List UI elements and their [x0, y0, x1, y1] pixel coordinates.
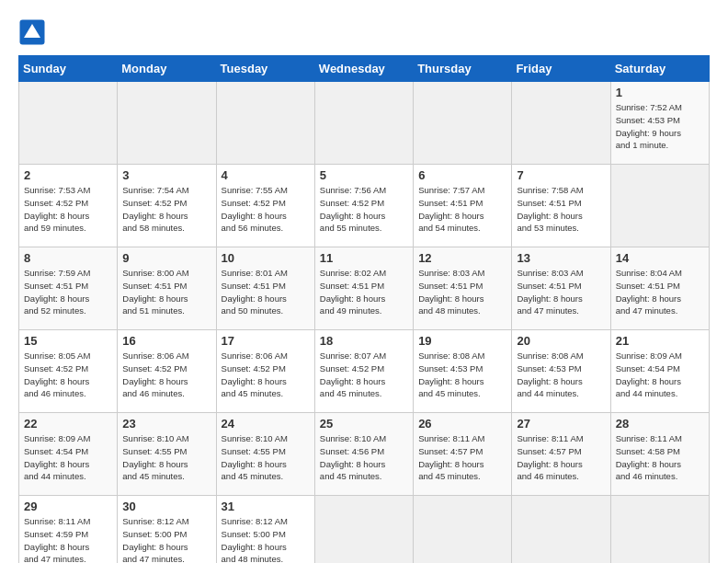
- day-number: 8: [24, 251, 112, 265]
- calendar-cell: 25Sunrise: 8:10 AM Sunset: 4:56 PM Dayli…: [314, 413, 413, 496]
- day-number: 23: [122, 417, 210, 431]
- calendar-cell: 28Sunrise: 8:11 AM Sunset: 4:58 PM Dayli…: [610, 413, 709, 496]
- day-info: Sunrise: 7:52 AM Sunset: 4:53 PM Dayligh…: [616, 101, 704, 152]
- calendar-table: SundayMondayTuesdayWednesdayThursdayFrid…: [18, 55, 710, 563]
- day-number: 15: [24, 334, 112, 348]
- calendar-cell: 22Sunrise: 8:09 AM Sunset: 4:54 PM Dayli…: [19, 413, 118, 496]
- calendar-cell: [216, 82, 314, 165]
- calendar-cell: [610, 496, 709, 564]
- day-number: 16: [122, 334, 210, 348]
- calendar-cell: 23Sunrise: 8:10 AM Sunset: 4:55 PM Dayli…: [118, 413, 216, 496]
- week-row-3: 15Sunrise: 8:05 AM Sunset: 4:52 PM Dayli…: [19, 330, 710, 413]
- day-info: Sunrise: 8:11 AM Sunset: 4:57 PM Dayligh…: [418, 432, 506, 483]
- calendar-cell: 24Sunrise: 8:10 AM Sunset: 4:55 PM Dayli…: [216, 413, 314, 496]
- day-info: Sunrise: 7:58 AM Sunset: 4:51 PM Dayligh…: [517, 184, 605, 235]
- day-info: Sunrise: 7:59 AM Sunset: 4:51 PM Dayligh…: [24, 267, 112, 317]
- calendar-cell: 17Sunrise: 8:06 AM Sunset: 4:52 PM Dayli…: [216, 330, 314, 413]
- calendar-cell: [610, 165, 709, 247]
- day-number: 11: [320, 251, 408, 265]
- day-info: Sunrise: 8:11 AM Sunset: 4:58 PM Dayligh…: [616, 432, 704, 483]
- day-number: 24: [222, 417, 310, 431]
- day-header-wednesday: Wednesday: [314, 56, 413, 82]
- calendar-cell: 11Sunrise: 8:02 AM Sunset: 4:51 PM Dayli…: [314, 247, 413, 330]
- day-number: 27: [517, 417, 605, 431]
- day-header-saturday: Saturday: [610, 56, 709, 82]
- day-number: 10: [222, 251, 310, 265]
- calendar-cell: 5Sunrise: 7:56 AM Sunset: 4:52 PM Daylig…: [314, 165, 413, 247]
- calendar-cell: 8Sunrise: 7:59 AM Sunset: 4:51 PM Daylig…: [19, 247, 118, 330]
- calendar-cell: 7Sunrise: 7:58 AM Sunset: 4:51 PM Daylig…: [512, 165, 610, 247]
- calendar-cell: 21Sunrise: 8:09 AM Sunset: 4:54 PM Dayli…: [610, 330, 709, 413]
- week-row-0: 1Sunrise: 7:52 AM Sunset: 4:53 PM Daylig…: [19, 82, 710, 165]
- week-row-5: 29Sunrise: 8:11 AM Sunset: 4:59 PM Dayli…: [19, 496, 710, 564]
- day-number: 3: [122, 168, 210, 182]
- day-info: Sunrise: 7:56 AM Sunset: 4:52 PM Dayligh…: [320, 184, 408, 235]
- logo: [18, 18, 50, 46]
- day-number: 12: [418, 251, 506, 265]
- calendar-cell: [414, 82, 512, 165]
- calendar-cell: 6Sunrise: 7:57 AM Sunset: 4:51 PM Daylig…: [414, 165, 512, 247]
- calendar-cell: 16Sunrise: 8:06 AM Sunset: 4:52 PM Dayli…: [118, 330, 216, 413]
- calendar-cell: [19, 82, 118, 165]
- day-info: Sunrise: 8:05 AM Sunset: 4:52 PM Dayligh…: [24, 350, 112, 400]
- calendar-cell: [314, 82, 413, 165]
- calendar-cell: 13Sunrise: 8:03 AM Sunset: 4:51 PM Dayli…: [512, 247, 610, 330]
- day-number: 17: [222, 334, 310, 348]
- day-number: 5: [320, 168, 408, 182]
- week-row-4: 22Sunrise: 8:09 AM Sunset: 4:54 PM Dayli…: [19, 413, 710, 496]
- day-number: 22: [24, 417, 112, 431]
- day-header-sunday: Sunday: [19, 56, 118, 82]
- day-info: Sunrise: 8:00 AM Sunset: 4:51 PM Dayligh…: [122, 267, 210, 317]
- calendar-cell: [512, 496, 610, 564]
- calendar-cell: [512, 82, 610, 165]
- day-number: 14: [616, 251, 704, 265]
- day-header-row: SundayMondayTuesdayWednesdayThursdayFrid…: [19, 56, 710, 82]
- calendar-header: [18, 18, 710, 46]
- week-row-1: 2Sunrise: 7:53 AM Sunset: 4:52 PM Daylig…: [19, 165, 710, 247]
- day-header-tuesday: Tuesday: [216, 56, 314, 82]
- calendar-cell: 15Sunrise: 8:05 AM Sunset: 4:52 PM Dayli…: [19, 330, 118, 413]
- day-number: 26: [418, 417, 506, 431]
- day-header-friday: Friday: [512, 56, 610, 82]
- day-number: 31: [222, 500, 310, 513]
- day-info: Sunrise: 7:53 AM Sunset: 4:52 PM Dayligh…: [24, 184, 112, 235]
- day-info: Sunrise: 8:07 AM Sunset: 4:52 PM Dayligh…: [320, 350, 408, 400]
- day-number: 13: [517, 251, 605, 265]
- day-number: 2: [24, 168, 112, 182]
- day-info: Sunrise: 7:55 AM Sunset: 4:52 PM Dayligh…: [222, 184, 310, 235]
- week-row-2: 8Sunrise: 7:59 AM Sunset: 4:51 PM Daylig…: [19, 247, 710, 330]
- calendar-cell: 29Sunrise: 8:11 AM Sunset: 4:59 PM Dayli…: [19, 496, 118, 564]
- day-info: Sunrise: 8:11 AM Sunset: 4:59 PM Dayligh…: [24, 515, 112, 563]
- calendar-cell: 31Sunrise: 8:12 AM Sunset: 5:00 PM Dayli…: [216, 496, 314, 564]
- day-info: Sunrise: 8:09 AM Sunset: 4:54 PM Dayligh…: [616, 350, 704, 400]
- day-info: Sunrise: 8:01 AM Sunset: 4:51 PM Dayligh…: [222, 267, 310, 317]
- day-header-thursday: Thursday: [414, 56, 512, 82]
- day-number: 25: [320, 417, 408, 431]
- day-number: 6: [418, 168, 506, 182]
- day-info: Sunrise: 8:02 AM Sunset: 4:51 PM Dayligh…: [320, 267, 408, 317]
- calendar-cell: 14Sunrise: 8:04 AM Sunset: 4:51 PM Dayli…: [610, 247, 709, 330]
- calendar-cell: [414, 496, 512, 564]
- day-info: Sunrise: 8:11 AM Sunset: 4:57 PM Dayligh…: [517, 432, 605, 483]
- day-info: Sunrise: 8:06 AM Sunset: 4:52 PM Dayligh…: [222, 350, 310, 400]
- calendar-header-row: SundayMondayTuesdayWednesdayThursdayFrid…: [19, 56, 710, 82]
- calendar-cell: 19Sunrise: 8:08 AM Sunset: 4:53 PM Dayli…: [414, 330, 512, 413]
- day-number: 30: [122, 500, 210, 513]
- day-number: 29: [24, 500, 112, 513]
- day-info: Sunrise: 8:08 AM Sunset: 4:53 PM Dayligh…: [517, 350, 605, 400]
- day-info: Sunrise: 7:54 AM Sunset: 4:52 PM Dayligh…: [122, 184, 210, 235]
- day-info: Sunrise: 7:57 AM Sunset: 4:51 PM Dayligh…: [418, 184, 506, 235]
- day-info: Sunrise: 8:06 AM Sunset: 4:52 PM Dayligh…: [122, 350, 210, 400]
- day-number: 19: [418, 334, 506, 348]
- day-header-monday: Monday: [118, 56, 216, 82]
- calendar-cell: 1Sunrise: 7:52 AM Sunset: 4:53 PM Daylig…: [610, 82, 709, 165]
- day-number: 21: [616, 334, 704, 348]
- day-info: Sunrise: 8:04 AM Sunset: 4:51 PM Dayligh…: [616, 267, 704, 317]
- day-info: Sunrise: 8:10 AM Sunset: 4:55 PM Dayligh…: [222, 432, 310, 483]
- day-number: 7: [517, 168, 605, 182]
- calendar-cell: 20Sunrise: 8:08 AM Sunset: 4:53 PM Dayli…: [512, 330, 610, 413]
- day-info: Sunrise: 8:09 AM Sunset: 4:54 PM Dayligh…: [24, 432, 112, 483]
- calendar-cell: 2Sunrise: 7:53 AM Sunset: 4:52 PM Daylig…: [19, 165, 118, 247]
- day-number: 18: [320, 334, 408, 348]
- day-number: 4: [222, 168, 310, 182]
